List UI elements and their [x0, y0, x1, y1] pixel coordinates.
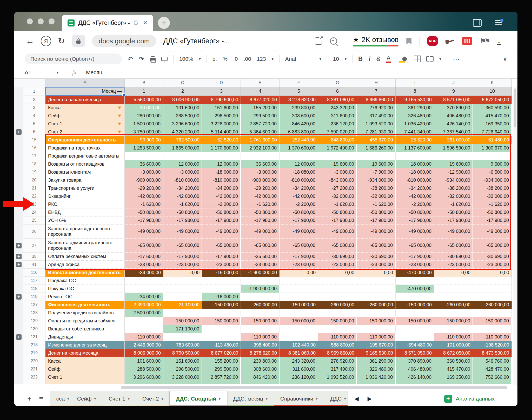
cell-J3[interactable]: 370 890,00 — [434, 104, 473, 112]
row-label[interactable]: Продажи на торг. точках — [45, 144, 125, 152]
cell-G2[interactable]: 8 381 060,00 — [318, 96, 357, 104]
cell-J15[interactable]: 361 000,00 — [434, 136, 473, 144]
cell-E17[interactable] — [241, 152, 280, 160]
all-sheets-menu-icon[interactable]: ≡ — [39, 395, 43, 403]
cell-C221[interactable]: 296 500,00 — [163, 365, 202, 373]
cell-F23[interactable]: -2 200,00 — [280, 200, 318, 208]
cell-K4[interactable]: 415 470,00 — [473, 112, 512, 120]
cell-K6[interactable]: 7 726 640,00 — [473, 128, 512, 136]
back-button[interactable]: ← — [26, 36, 34, 46]
cell-C19[interactable]: -3 000,00 — [163, 168, 202, 176]
cell-G4[interactable]: 311 600,00 — [318, 112, 357, 120]
cell-E27[interactable]: -65 000,00 — [241, 239, 280, 253]
cell-K127[interactable]: -260 000,00 — [473, 301, 512, 309]
cell-D19[interactable]: -18 000,00 — [202, 168, 241, 176]
cell-D21[interactable]: -34 200,00 — [202, 184, 241, 192]
cell-F4[interactable]: 308 600,00 — [280, 112, 318, 120]
cell-F119[interactable] — [280, 293, 318, 301]
minimize-window-button[interactable] — [38, 18, 44, 24]
cell-H20[interactable]: -934 000,00 — [357, 176, 396, 184]
cell-D117[interactable] — [202, 277, 241, 285]
cell-D221[interactable]: 299 500,00 — [202, 365, 241, 373]
cell-C4[interactable]: 288 500,00 — [163, 112, 202, 120]
row-header-15[interactable]: 15 — [23, 136, 45, 144]
cell-C18[interactable]: 12 000,00 — [163, 160, 202, 168]
row-label[interactable]: Оплата рекламных систем — [45, 253, 125, 261]
cell-J35[interactable]: -30 690,00 — [434, 253, 473, 261]
cell-C41[interactable]: -23 000,00 — [163, 261, 202, 269]
cell-K1[interactable]: 10 — [473, 87, 512, 96]
cell-D130[interactable] — [202, 325, 241, 333]
cell-H117[interactable] — [357, 277, 396, 285]
cell-B17[interactable] — [125, 152, 163, 160]
sheet-tab-ддс[interactable]: ДДС▾ — [324, 391, 348, 406]
cell-F41[interactable]: -23 000,00 — [280, 261, 318, 269]
cell-H5[interactable]: 1 093 520,00 — [357, 120, 396, 128]
cell-C2[interactable]: 8 006 900,00 — [163, 96, 202, 104]
cell-E129[interactable]: -150 000,00 — [241, 317, 280, 325]
cell-B116[interactable]: -34 000,00 — [125, 269, 163, 277]
cell-B16[interactable]: 1 253 500,00 — [125, 144, 163, 152]
cell-I130[interactable] — [396, 325, 434, 333]
cell-D17[interactable] — [202, 152, 241, 160]
expand-group-button[interactable]: + — [16, 254, 22, 259]
font-family-select[interactable]: Arial — [285, 56, 314, 62]
cell-J118[interactable] — [434, 285, 473, 293]
row-header-35[interactable]: 35 — [23, 253, 45, 261]
cell-J20[interactable]: -934 000,00 — [434, 176, 473, 184]
cell-D131[interactable] — [202, 333, 241, 341]
cell-B[interactable] — [125, 381, 163, 384]
row-label[interactable]: Операционная деятельность — [45, 136, 125, 144]
cell-C131[interactable] — [163, 333, 202, 341]
cell-B6[interactable]: 3 750 000,00 — [125, 128, 163, 136]
row-label[interactable]: Возвраты клиентам — [45, 168, 125, 176]
row-label[interactable]: Денег на начало месяца — [45, 96, 125, 104]
cell-E131[interactable]: -110 000,00 — [241, 333, 280, 341]
cell-K35[interactable]: -30 690,00 — [473, 253, 512, 261]
row-header-127[interactable]: 127 — [23, 301, 45, 309]
row-label[interactable]: Аренда офиса — [45, 261, 125, 269]
zoom-out-icon[interactable] — [330, 37, 337, 45]
cell-K19[interactable]: -6 500,00 — [473, 168, 512, 176]
cell-D18[interactable]: 12 000,00 — [202, 160, 241, 168]
cell-K116[interactable]: 0,00 — [473, 269, 512, 277]
cell-J127[interactable]: -260 000,00 — [434, 301, 473, 309]
cell-J219[interactable]: 8 672 050,00 — [434, 349, 473, 357]
cell-H21[interactable]: -38 200,00 — [357, 184, 396, 192]
cell-B127[interactable]: 2 390 000,00 — [125, 301, 163, 309]
cell-I41[interactable]: -23 000,00 — [396, 261, 434, 269]
cell-H1[interactable]: 7 — [357, 87, 396, 96]
zoom-select[interactable]: 100% — [179, 56, 193, 62]
cell-G218[interactable]: 588 800,00 — [318, 341, 357, 349]
scroll-tabs-right-icon[interactable]: ▶ — [368, 396, 372, 402]
cell-H41[interactable]: -23 000,00 — [357, 261, 396, 269]
cell-F6[interactable]: 6 883 800,00 — [280, 128, 318, 136]
cell-D129[interactable]: -150 000,00 — [202, 317, 241, 325]
flags-extension-icon[interactable]: ⚑⚑ — [480, 37, 489, 45]
chevron-down-icon[interactable]: ▾ — [67, 397, 69, 401]
cell-K5[interactable]: 169 350,00 — [473, 120, 512, 128]
cell-D27[interactable]: -65 000,00 — [202, 239, 241, 253]
cell-K27[interactable]: -65 000,00 — [473, 239, 512, 253]
cell-G128[interactable] — [318, 309, 357, 317]
cell-E[interactable] — [241, 381, 280, 384]
cell-E220[interactable]: 239 800,00 — [241, 357, 280, 365]
row-header-219[interactable]: 219 — [23, 349, 45, 357]
cell-E6[interactable]: 5 364 600,00 — [241, 128, 280, 136]
vertical-scrollbar[interactable] — [513, 87, 517, 385]
cell-B20[interactable]: -900 000,00 — [125, 176, 163, 184]
cell-C27[interactable]: -65 000,00 — [163, 239, 202, 253]
new-tab-button[interactable]: + — [158, 17, 170, 29]
row-header-131[interactable]: 131 — [23, 333, 45, 341]
cell-F222[interactable]: 236 120,00 — [280, 373, 318, 381]
cell-G21[interactable]: -27 200,00 — [318, 184, 357, 192]
row-header-218[interactable]: 218 — [23, 341, 45, 349]
cell-J1[interactable]: 9 — [434, 87, 473, 96]
cell-I117[interactable] — [396, 277, 434, 285]
cell-I222[interactable]: 426 140,00 — [396, 373, 434, 381]
column-header-F[interactable]: F — [280, 79, 318, 87]
cell-G1[interactable]: 6 — [318, 87, 357, 96]
cell-B119[interactable]: -34 000,00 — [125, 293, 163, 301]
sheet-tab-счет-2[interactable]: Счет 2▾ — [136, 391, 170, 406]
cell-C219[interactable]: 8 790 500,00 — [163, 349, 202, 357]
